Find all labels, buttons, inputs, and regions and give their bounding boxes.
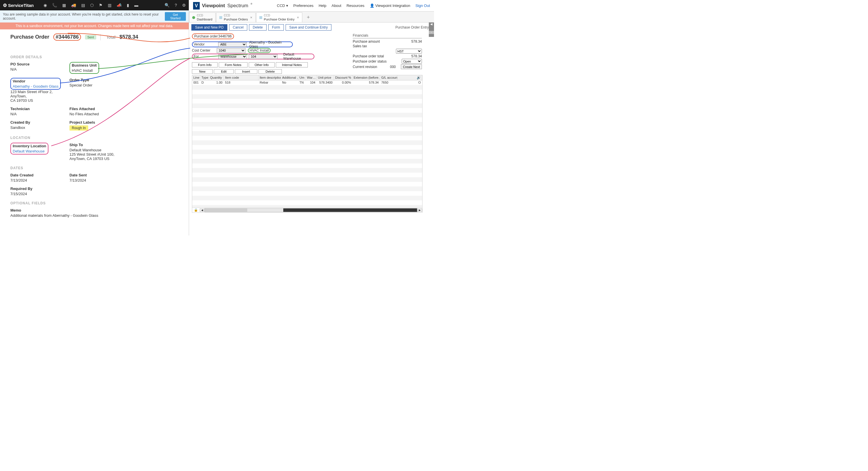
col-type[interactable]: Type xyxy=(200,75,209,80)
folder-icon[interactable]: ▬ xyxy=(134,3,138,7)
vp-logo-text1: Viewpoint xyxy=(202,3,225,9)
create-next-button[interactable]: Create Next xyxy=(401,64,422,69)
inv-loc-label: Inventory Location xyxy=(13,144,46,148)
fin-total-lbl: Purchase order total xyxy=(353,54,384,58)
add-tab-button[interactable]: + xyxy=(303,13,314,22)
nav-ccd[interactable]: CCD ▾ xyxy=(277,3,288,8)
scroll-left-button[interactable]: ◀ xyxy=(200,208,205,212)
col-addl[interactable]: Additional … xyxy=(281,75,298,80)
grid-body[interactable]: 001 D 1.00 518 Rebar No TN 104 578.3400 … xyxy=(192,81,422,207)
cell-price: 578.3400 xyxy=(317,81,334,85)
get-started-button[interactable]: Get Started xyxy=(165,12,186,21)
cancel-button[interactable]: Cancel xyxy=(229,24,247,31)
calendar-icon[interactable]: ▦ xyxy=(62,3,66,7)
clipboard-icon[interactable]: ▤ xyxy=(81,3,85,7)
col-gl[interactable]: G/L account xyxy=(380,75,397,80)
scroll-thumb[interactable] xyxy=(205,208,247,212)
scroll-right-button[interactable]: ▶ xyxy=(417,208,422,212)
form-info-button[interactable]: Form Info xyxy=(192,62,218,67)
close-icon[interactable]: × xyxy=(250,15,252,20)
total-value: $578.34 xyxy=(119,34,138,40)
tab-po-entry[interactable]: CCDPurchase Order Entry × xyxy=(256,12,302,22)
order-type-label: Order Type xyxy=(69,78,128,82)
col-war[interactable]: War… xyxy=(306,75,317,80)
st-topbar-icons: ◉ 📞 ▦ 🚚 ▤ ⬡ ⚑ ▥ 📣 ▮ ▬ xyxy=(43,3,138,7)
total-label: Total xyxy=(106,35,116,39)
megaphone-icon[interactable]: 📣 xyxy=(117,3,122,7)
for-select[interactable]: Warehouse xyxy=(218,54,247,59)
h-scrollbar[interactable]: 🔒 ◀ ▶ xyxy=(192,207,422,212)
save-new-po-button[interactable]: Save and New PO xyxy=(191,24,227,31)
grid-new-button[interactable]: New xyxy=(192,69,213,74)
delete-button[interactable]: Delete xyxy=(249,24,267,31)
nav-preferences[interactable]: Preferences xyxy=(293,3,314,8)
nav-user[interactable]: 👤 Viewpoint Integration xyxy=(370,3,410,8)
ship-to-label: Ship To xyxy=(69,143,128,147)
nav-about[interactable]: About xyxy=(332,3,341,8)
business-unit-block: Business Unit HVAC Install xyxy=(69,62,99,74)
phone-icon[interactable]: 📞 xyxy=(52,3,57,7)
truck-icon[interactable]: 🚚 xyxy=(71,3,76,7)
cell-type: D xyxy=(200,81,209,85)
form-button[interactable]: Form xyxy=(268,24,284,31)
vendor-addr1: 123 Main Street #Floor 2, AnyTown, xyxy=(10,90,69,98)
col-line[interactable]: Line xyxy=(192,75,200,80)
fin-rev-lbl: Current revision xyxy=(353,65,377,69)
tax-select[interactable]: HST xyxy=(396,49,422,54)
date-created-value: 7/13/2024 xyxy=(10,178,69,182)
search-icon[interactable]: 🔍 xyxy=(164,3,169,7)
scroll-thumb-dark[interactable] xyxy=(283,208,417,212)
other-info-button[interactable]: Other Info xyxy=(249,62,275,67)
nav-signout[interactable]: Sign Out xyxy=(415,3,430,8)
close-icon[interactable]: × xyxy=(297,15,299,20)
cost-center-select[interactable]: 1040 xyxy=(217,48,246,53)
settings-icon[interactable]: ⚙ xyxy=(182,3,186,7)
inv-loc-link[interactable]: Default Warehouse xyxy=(13,149,46,153)
save-continue-button[interactable]: Save and Continue Entry xyxy=(286,24,332,31)
po-number: #3446786 xyxy=(53,33,81,41)
servicetitan-panel: ⚙ ServiceTitan ◉ 📞 ▦ 🚚 ▤ ⬡ ⚑ ▥ 📣 ▮ ▬ 🔍 ?… xyxy=(0,0,189,235)
col-desc[interactable]: Item description xyxy=(258,75,281,80)
toolbar-title: Purchase Order Entry xyxy=(395,25,429,29)
nav-resources[interactable]: Resources xyxy=(346,3,364,8)
vp-toolbar: Save and New PO Cancel Delete Form Save … xyxy=(189,23,434,32)
doc-icon[interactable]: ▮ xyxy=(127,3,129,7)
tab-purchase-orders[interactable]: CCDPurchase Orders × xyxy=(216,12,256,22)
flag-icon[interactable]: ⚑ xyxy=(99,3,102,7)
tab-dashboard[interactable]: CCDDashboard xyxy=(189,12,216,22)
lock-icon: 🔒 xyxy=(192,208,200,212)
col-qty[interactable]: Quantity xyxy=(209,75,224,80)
status-select[interactable]: Open xyxy=(402,59,422,64)
grid-insert-button[interactable]: Insert xyxy=(235,69,257,74)
vendor-link[interactable]: Abernathy - Goodwin Glass xyxy=(13,84,59,88)
col-sound-icon[interactable]: 🔊 xyxy=(397,75,422,80)
nav-help[interactable]: Help xyxy=(319,3,327,8)
st-logo[interactable]: ⚙ ServiceTitan xyxy=(3,3,34,8)
table-row[interactable]: 001 D 1.00 518 Rebar No TN 104 578.3400 … xyxy=(192,81,422,85)
grid-delete-button[interactable]: Delete xyxy=(258,69,282,74)
globe-icon[interactable]: ◉ xyxy=(43,3,47,7)
form-notes-button[interactable]: Form Notes xyxy=(219,62,247,67)
grid-edit-button[interactable]: Edit xyxy=(214,69,234,74)
ship-to-val2: 125 West Street #Unit 100, xyxy=(69,152,128,156)
side-panel-toggle[interactable]: ◀ ▫ xyxy=(429,23,434,37)
col-ext[interactable]: Extension (before… xyxy=(352,75,380,80)
cell-line: 001 xyxy=(192,81,200,85)
created-by-label: Created By xyxy=(10,120,69,124)
col-price[interactable]: Unit price xyxy=(317,75,334,80)
internal-notes-button[interactable]: Internal Notes xyxy=(276,62,308,67)
financials-panel: Financials Purchase amount578.34 Sales t… xyxy=(353,33,422,70)
col-code[interactable]: Item code xyxy=(224,75,258,80)
doc-side-icon: ▫ xyxy=(429,31,434,34)
cc-desc: HVAC Install xyxy=(248,48,271,53)
cell-disc: 0.00% xyxy=(334,81,352,85)
for-code-select[interactable]: 104 xyxy=(249,54,278,59)
box-icon[interactable]: ⬡ xyxy=(90,3,94,7)
col-disc[interactable]: Discount % xyxy=(334,75,352,80)
vendor-select[interactable]: ABE xyxy=(218,42,247,47)
chart-icon[interactable]: ▥ xyxy=(108,3,112,7)
help-icon[interactable]: ? xyxy=(175,3,177,7)
col-um[interactable]: Um xyxy=(298,75,306,80)
doc-icon xyxy=(219,16,222,19)
scroll-track[interactable] xyxy=(205,208,417,212)
